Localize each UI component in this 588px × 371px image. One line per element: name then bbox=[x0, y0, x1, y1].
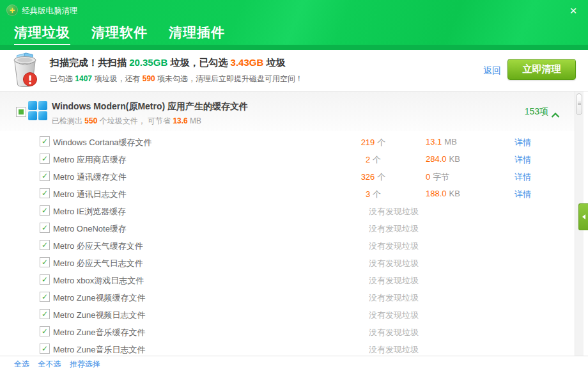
row-size: 188.0KB bbox=[426, 189, 460, 198]
row-empty-text: 没有发现垃圾 bbox=[369, 241, 419, 252]
row-empty-text: 没有发现垃圾 bbox=[369, 258, 419, 269]
plus-glyph: + bbox=[10, 6, 15, 15]
row-label: Windows Cortana缓存文件 bbox=[53, 137, 152, 148]
header-bottom-strip bbox=[0, 45, 588, 50]
selected-size-value: 3.43GB bbox=[231, 57, 264, 68]
tab-clean-software[interactable]: 清理软件 bbox=[91, 24, 148, 46]
check-icon: ✓ bbox=[42, 155, 48, 162]
tab-clean-junk[interactable]: 清理垃圾 bbox=[14, 24, 70, 46]
close-icon[interactable]: × bbox=[564, 3, 583, 19]
header: + 经典版电脑清理 × 清理垃圾 清理软件 清理插件 bbox=[0, 0, 588, 50]
row-label: Metro Zune视频日志文件 bbox=[53, 310, 145, 321]
row-empty-text: 没有发现垃圾 bbox=[369, 327, 419, 338]
detail-link[interactable]: 详情 bbox=[514, 189, 531, 200]
scrollbar-grip-icon bbox=[578, 102, 581, 102]
summary-line1: 扫描完成！共扫描 20.35GB 垃圾，已勾选 3.43GB 垃圾 bbox=[50, 57, 285, 69]
row-empty-text: 没有发现垃圾 bbox=[369, 206, 419, 217]
row-label: Metro 必应天气缓存文件 bbox=[53, 241, 143, 252]
row-checkbox[interactable]: ✓ bbox=[40, 326, 50, 336]
check-icon: ✓ bbox=[42, 224, 48, 232]
row-count: 3个 bbox=[353, 189, 394, 200]
row-size: 284.0KB bbox=[426, 154, 460, 164]
detail-link[interactable]: 详情 bbox=[514, 137, 531, 148]
side-panel-toggle[interactable] bbox=[578, 203, 588, 230]
row-checkbox[interactable]: ✓ bbox=[40, 292, 50, 302]
table-row: ✓ Metro 通讯日志文件 3个 188.0KB 详情 bbox=[0, 185, 575, 202]
check-icon: ✓ bbox=[42, 310, 48, 318]
row-count: 326个 bbox=[353, 171, 394, 183]
row-checkbox[interactable]: ✓ bbox=[40, 309, 50, 319]
row-empty-text: 没有发现垃圾 bbox=[369, 275, 419, 287]
check-icon: ✓ bbox=[42, 172, 48, 180]
group-save-size: 13.6 bbox=[173, 116, 187, 125]
row-size: 0字节 bbox=[426, 171, 449, 183]
row-label: Metro Zune音乐缓存文件 bbox=[53, 327, 145, 338]
row-checkbox[interactable]: ✓ bbox=[40, 188, 50, 198]
app-window: + 经典版电脑清理 × 清理垃圾 清理软件 清理插件 bbox=[0, 0, 588, 371]
check-icon: ✓ bbox=[42, 345, 48, 352]
recommend-select-link[interactable]: 推荐选择 bbox=[70, 359, 100, 368]
select-none-link[interactable]: 全不选 bbox=[38, 359, 61, 368]
check-icon: ✓ bbox=[42, 189, 48, 197]
check-icon: ✓ bbox=[42, 276, 48, 283]
table-row: ✓ Metro xbox游戏日志文件 没有发现垃圾 bbox=[0, 271, 575, 288]
row-label: Metro 应用商店缓存 bbox=[53, 154, 127, 166]
row-label: Metro Zune音乐日志文件 bbox=[53, 344, 145, 356]
scan-summary-panel: 扫描完成！共扫描 20.35GB 垃圾，已勾选 3.43GB 垃圾 已勾选 14… bbox=[0, 50, 588, 91]
check-icon: ✓ bbox=[42, 328, 48, 335]
group-header-metro-cache[interactable]: Windows Modern(原Metro) 应用产生的缓存文件 已检测出 55… bbox=[0, 91, 575, 131]
tab-clean-plugins[interactable]: 清理插件 bbox=[169, 24, 225, 46]
summary-line1-suffix: 垃圾 bbox=[263, 57, 285, 68]
metro-tiles-icon bbox=[28, 101, 47, 120]
row-checkbox[interactable]: ✓ bbox=[40, 171, 50, 181]
summary-line1-prefix: 扫描完成！共扫描 bbox=[50, 57, 129, 68]
summary-line2: 已勾选 1407 项垃圾，还有 590 项未勾选，清理后立即提升磁盘可用空间！ bbox=[50, 74, 303, 84]
group-subtitle: 已检测出 550 个垃圾文件， 可节省 13.6 MB bbox=[52, 116, 201, 127]
row-checkbox[interactable]: ✓ bbox=[40, 343, 50, 354]
row-label: Metro 通讯缓存文件 bbox=[53, 171, 127, 183]
detail-link[interactable]: 详情 bbox=[514, 154, 531, 166]
chevron-up-icon[interactable] bbox=[551, 109, 560, 121]
table-row: ✓ Metro Zune音乐日志文件 没有发现垃圾 bbox=[0, 340, 575, 356]
scanned-size-value: 20.35GB bbox=[129, 57, 167, 68]
table-row: ✓ Metro Zune视频日志文件 没有发现垃圾 bbox=[0, 306, 575, 323]
table-row: ✓ Metro 通讯缓存文件 326个 0字节 详情 bbox=[0, 168, 575, 185]
row-checkbox[interactable]: ✓ bbox=[40, 205, 50, 216]
summary-line2-p3: 项未勾选，清理后立即提升磁盘可用空间！ bbox=[155, 74, 303, 83]
row-checkbox[interactable]: ✓ bbox=[40, 136, 50, 146]
back-link[interactable]: 返回 bbox=[483, 65, 501, 77]
clean-now-button[interactable]: 立即清理 bbox=[507, 59, 576, 80]
partial-check-icon bbox=[19, 109, 24, 114]
summary-line2-p2: 项垃圾，还有 bbox=[92, 74, 143, 83]
row-label: Metro 必应天气日志文件 bbox=[53, 258, 143, 269]
row-empty-text: 没有发现垃圾 bbox=[369, 223, 419, 235]
scrollbar-thumb[interactable] bbox=[576, 93, 582, 115]
row-label: Metro IE浏览器缓存 bbox=[53, 206, 126, 217]
window-title: 经典版电脑清理 bbox=[22, 6, 78, 17]
row-checkbox[interactable]: ✓ bbox=[40, 257, 50, 267]
rows-list: ✓ Windows Cortana缓存文件 219个 13.1MB 详情 ✓ M… bbox=[0, 133, 575, 356]
row-empty-text: 没有发现垃圾 bbox=[369, 344, 419, 356]
row-label: Metro xbox游戏日志文件 bbox=[53, 275, 144, 287]
check-icon: ✓ bbox=[42, 138, 48, 145]
check-icon: ✓ bbox=[42, 258, 48, 266]
row-label: Metro OneNote缓存 bbox=[53, 223, 127, 235]
select-all-link[interactable]: 全选 bbox=[14, 359, 29, 368]
group-sub-p3: MB bbox=[188, 116, 201, 125]
summary-line2-p1: 已勾选 bbox=[50, 74, 75, 83]
group-title: Windows Modern(原Metro) 应用产生的缓存文件 bbox=[52, 101, 248, 113]
tab-bar: 清理垃圾 清理软件 清理插件 bbox=[14, 24, 246, 46]
row-count: 219个 bbox=[353, 137, 394, 148]
row-checkbox[interactable]: ✓ bbox=[40, 240, 50, 250]
row-size: 13.1MB bbox=[426, 137, 457, 146]
check-icon: ✓ bbox=[42, 241, 48, 249]
arrow-left-icon bbox=[582, 214, 585, 219]
row-checkbox[interactable]: ✓ bbox=[40, 274, 50, 285]
row-checkbox[interactable]: ✓ bbox=[40, 223, 50, 233]
group-checkbox-partial[interactable] bbox=[16, 107, 26, 117]
row-checkbox[interactable]: ✓ bbox=[40, 154, 50, 164]
checked-count-value: 1407 bbox=[75, 74, 92, 83]
detail-link[interactable]: 详情 bbox=[514, 171, 531, 183]
unchecked-count-value: 590 bbox=[143, 74, 155, 83]
table-row: ✓ Metro 必应天气日志文件 没有发现垃圾 bbox=[0, 254, 575, 271]
